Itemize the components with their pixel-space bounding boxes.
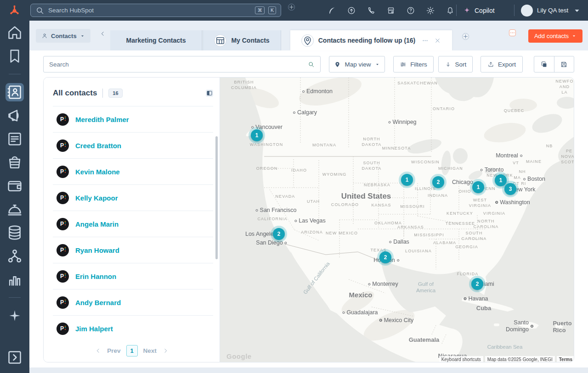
map-cluster-marker[interactable]: 3 [504,183,516,195]
sidebar-item-marketing[interactable] [6,106,24,125]
contact-row[interactable]: PRyan Howard [53,237,213,263]
chevron-left-icon[interactable] [95,347,102,354]
map-canvas[interactable]: BRITISH COLUMBIASASKATCHEWANONTARIOQUEBE… [220,78,574,362]
sort-label: Sort [455,61,467,68]
list-scrollbar[interactable] [215,136,218,259]
more-options-button[interactable] [509,29,516,36]
terms-link[interactable]: Terms [557,356,574,362]
sidebar-item-crm[interactable] [6,83,24,101]
help-icon[interactable] [406,6,415,15]
user-account-menu[interactable]: Lily QA test [521,0,582,21]
sidebar-item-reporting[interactable] [6,270,24,289]
map-cluster-marker[interactable]: 1 [401,174,413,186]
clone-view-button[interactable] [534,56,554,72]
contact-link[interactable]: Ryan Howard [75,246,119,254]
contact-row[interactable]: PKevin Malone [53,159,213,185]
sidebar-item-data[interactable] [6,223,24,242]
contact-link[interactable]: Jim Halpert [75,325,113,333]
sidebar-item-automations[interactable] [6,247,24,265]
map-region-label: OHIO [458,189,471,194]
marketplace-icon[interactable] [386,6,396,15]
map-cluster-marker[interactable]: 2 [432,176,444,188]
map-view-dropdown[interactable]: Map view [329,56,385,72]
map-region-label: TENNESSEE [446,221,475,226]
map-cluster-marker[interactable]: 1 [472,181,484,193]
contact-link[interactable]: Kelly Kapoor [75,194,118,202]
contact-row[interactable]: PCreed Bratton [53,133,213,159]
notifications-bell-icon[interactable] [446,6,455,15]
filters-button[interactable]: Filters [393,56,434,72]
collapse-panel-button[interactable] [206,89,213,97]
copilot-button[interactable]: Copilot [463,0,495,21]
contact-search-input[interactable] [49,61,308,68]
quill-icon[interactable] [327,6,336,15]
pagination: Prev 1 Next [44,345,220,356]
arrow-up-circle-icon[interactable] [347,6,356,15]
sidebar-item-content[interactable] [6,130,24,148]
map-cluster-marker[interactable]: 2 [379,251,391,263]
contact-row[interactable]: PAngela Marin [53,211,213,237]
tab-my-contacts[interactable]: My Contacts [203,30,281,50]
tab-marketing-contacts[interactable]: Marketing Contacts [110,30,202,50]
contact-search-box[interactable] [43,56,321,72]
contact-link[interactable]: Angela Marin [75,220,119,228]
contact-link[interactable]: Erin Hannon [75,273,116,280]
contact-link[interactable]: Andy Bernard [75,299,121,306]
sidebar-item-service[interactable] [6,200,24,218]
export-button[interactable]: Export [481,56,523,72]
contact-row[interactable]: PErin Hannon [53,263,213,289]
map-cluster-marker[interactable]: 1 [251,129,263,141]
tab-close-icon[interactable] [434,37,441,44]
sidebar-item-payments[interactable] [6,177,24,195]
contacts-object-dropdown[interactable]: Contacts [36,29,90,43]
contact-link[interactable]: Meredith Palmer [75,116,129,123]
tab-options-dots-icon[interactable] [422,37,429,44]
contact-link[interactable]: Creed Bratton [75,142,121,150]
map-region-label: ARIZONA [301,229,323,235]
sort-button[interactable]: Sort [438,56,473,72]
sidebar-item-ai[interactable] [6,306,24,325]
sidebar-item-commerce[interactable] [6,153,24,172]
map-region-label: SASKATCHEWAN [397,80,438,86]
map-cluster-marker[interactable]: 2 [273,228,285,240]
keyboard-shortcuts-link[interactable]: Keyboard shortcuts [439,356,483,362]
global-search[interactable]: ⌘ K [30,4,281,17]
map-region-label: NH [519,169,526,174]
map-city-label: Montreal [496,152,522,159]
add-view-button[interactable] [462,33,469,40]
map-city-label: Havana [464,295,488,302]
map-region-label: KANSAS [371,202,391,208]
contact-row[interactable]: PAndy Bernard [53,289,213,316]
map-region-label: SOUTH CAROLINA [462,230,487,241]
chevron-right-icon[interactable] [162,347,169,354]
contact-link[interactable]: Kevin Malone [75,168,120,176]
map-cluster-marker[interactable]: 1 [495,174,507,186]
map-region-label: NEVADA [276,194,295,199]
tab-contacts-needing-follow-up[interactable]: Contacts needing follow up (16) [290,30,452,50]
current-page-indicator[interactable]: 1 [126,345,138,356]
next-page-button[interactable]: Next [143,347,157,354]
global-search-input[interactable] [48,7,251,14]
shortcut-k-key: K [268,6,276,14]
map-city-label: Washington [495,199,530,206]
create-new-button[interactable] [288,4,295,11]
view-actions-group [534,56,574,72]
hubspot-logo[interactable] [8,4,21,17]
add-contacts-button[interactable]: Add contacts [528,29,582,43]
sidebar-item-bookmarks[interactable] [6,47,24,65]
map-region-label: MICHIGAN [438,166,463,171]
contact-row[interactable]: PKelly Kapoor [53,185,213,211]
prev-page-button[interactable]: Prev [107,347,120,354]
tab-scroll-left-button[interactable] [99,30,106,37]
add-contacts-label: Add contacts [534,33,569,39]
phone-icon[interactable] [367,6,376,15]
contact-row[interactable]: PJim Halpert [53,316,213,341]
settings-gear-icon[interactable] [426,6,435,15]
sidebar-item-home[interactable] [6,23,24,42]
map-cluster-marker[interactable]: 2 [471,278,483,290]
contact-row[interactable]: PMeredith Palmer [53,106,213,133]
sidebar-expand-button[interactable] [6,348,24,367]
top-navigation-bar: ⌘ K Copilot Lily QA test [0,0,588,21]
save-view-button[interactable] [554,56,574,72]
map-region-label: MISSISSIPPI [414,232,444,238]
